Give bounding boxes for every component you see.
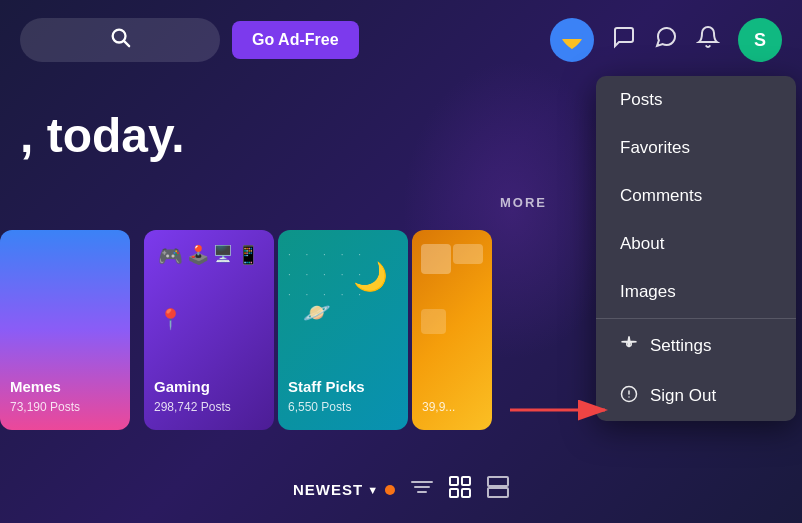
signout-icon xyxy=(620,385,638,407)
svg-rect-11 xyxy=(488,477,508,486)
newest-indicator xyxy=(385,485,395,495)
header: Go Ad-Free xyxy=(0,0,802,80)
gaming-card-label: Gaming xyxy=(154,378,210,395)
posts-label: Posts xyxy=(620,90,663,110)
gaming-icons: 🎮 🕹️ 🖥️ 📱 📍 xyxy=(154,240,264,370)
header-icons: S xyxy=(550,18,782,62)
ukraine-heart-icon xyxy=(559,28,585,52)
fourth-card[interactable]: 39,9... xyxy=(412,230,492,430)
hero-text: , today. xyxy=(20,110,184,163)
svg-rect-10 xyxy=(462,489,470,497)
signout-label: Sign Out xyxy=(650,386,716,406)
menu-item-posts[interactable]: Posts xyxy=(596,76,796,124)
more-label: MORE xyxy=(500,195,547,210)
menu-divider xyxy=(596,318,796,319)
fourth-card-posts: 39,9... xyxy=(422,400,455,414)
memes-card-posts: 73,190 Posts xyxy=(10,400,80,414)
staff-picks-card-label: Staff Picks xyxy=(288,378,365,395)
svg-rect-3 xyxy=(561,39,583,50)
newest-button[interactable]: NEWEST ▼ xyxy=(293,481,395,498)
user-avatar[interactable]: S xyxy=(738,18,782,62)
menu-item-signout[interactable]: Sign Out xyxy=(596,371,796,421)
menu-item-comments[interactable]: Comments xyxy=(596,172,796,220)
dropdown-menu: Posts Favorites Comments About Images Se… xyxy=(596,76,796,421)
filter-icon[interactable] xyxy=(411,478,433,501)
search-bar[interactable] xyxy=(20,18,220,62)
go-ad-free-button[interactable]: Go Ad-Free xyxy=(232,21,359,59)
comments-label: Comments xyxy=(620,186,702,206)
menu-item-images[interactable]: Images xyxy=(596,268,796,316)
settings-icon xyxy=(620,335,638,357)
memes-card[interactable]: Memes 73,190 Posts xyxy=(0,230,130,430)
gaming-card[interactable]: 🎮 🕹️ 🖥️ 📱 📍 Gaming 298,742 Posts xyxy=(144,230,274,430)
favorites-label: Favorites xyxy=(620,138,690,158)
settings-label: Settings xyxy=(650,336,711,356)
gaming-card-posts: 298,742 Posts xyxy=(154,400,231,414)
svg-rect-2 xyxy=(561,30,583,40)
svg-rect-7 xyxy=(450,477,458,485)
menu-item-favorites[interactable]: Favorites xyxy=(596,124,796,172)
search-icon xyxy=(109,26,131,54)
svg-rect-8 xyxy=(462,477,470,485)
svg-rect-9 xyxy=(450,489,458,497)
chevron-down-icon: ▼ xyxy=(367,484,379,496)
message-icon[interactable] xyxy=(612,25,636,55)
newest-label: NEWEST xyxy=(293,481,363,498)
ukraine-heart-badge[interactable] xyxy=(550,18,594,62)
menu-item-about[interactable]: About xyxy=(596,220,796,268)
menu-item-settings[interactable]: Settings xyxy=(596,321,796,371)
memes-card-label: Memes xyxy=(10,378,61,395)
grid-icon[interactable] xyxy=(449,476,471,503)
svg-rect-12 xyxy=(488,488,508,497)
images-label: Images xyxy=(620,282,676,302)
list-icon[interactable] xyxy=(487,476,509,503)
about-label: About xyxy=(620,234,664,254)
staff-picks-card[interactable]: · · · · ·· · · · ·· · · · · 🌙 🪐 Staff Pi… xyxy=(278,230,408,430)
bottom-toolbar: NEWEST ▼ xyxy=(293,476,509,503)
chat-icon[interactable] xyxy=(654,25,678,55)
svg-line-1 xyxy=(124,41,129,46)
notification-icon[interactable] xyxy=(696,25,720,55)
staff-picks-card-posts: 6,550 Posts xyxy=(288,400,351,414)
